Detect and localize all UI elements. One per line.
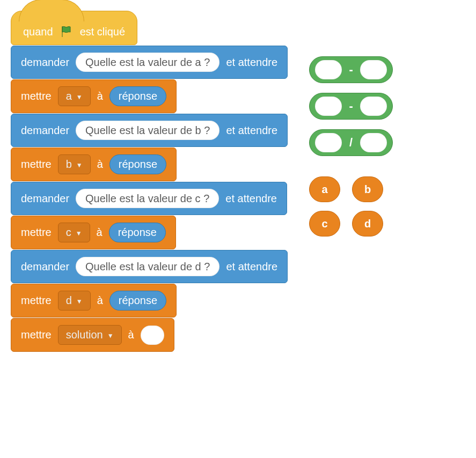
- ask-prefix: demander: [21, 56, 69, 69]
- set-mid: à: [97, 294, 103, 307]
- set-prefix: mettre: [21, 294, 52, 307]
- variable-dropdown[interactable]: a ▼: [58, 86, 91, 106]
- ask-block[interactable]: demander Quelle est la valeur de c ? et …: [11, 182, 287, 215]
- operator-symbol: /: [347, 136, 355, 150]
- variable-dropdown[interactable]: solution ▼: [58, 325, 122, 345]
- chevron-down-icon: ▼: [76, 298, 83, 305]
- variable-reporter-a[interactable]: a: [309, 176, 340, 202]
- set-variable-block[interactable]: mettre a ▼ à réponse: [11, 79, 177, 113]
- ask-suffix: et attendre: [226, 124, 277, 137]
- variable-reporter-c[interactable]: c: [309, 211, 340, 237]
- answer-reporter[interactable]: réponse: [109, 86, 166, 106]
- set-variable-block[interactable]: mettre c ▼ à réponse: [11, 216, 176, 249]
- variable-reporter-d[interactable]: d: [352, 211, 383, 237]
- chevron-down-icon: ▼: [107, 332, 114, 339]
- green-flag-icon: [58, 25, 75, 38]
- script-stack: quand est cliqué demander Quelle est la …: [11, 11, 288, 352]
- variable-dropdown[interactable]: d ▼: [58, 291, 91, 311]
- ask-prefix: demander: [21, 193, 69, 205]
- operator-slot-right[interactable]: [360, 60, 387, 79]
- operator-slot-left[interactable]: [315, 97, 342, 116]
- block-palette: - - / a b c d: [309, 11, 393, 237]
- set-mid: à: [97, 90, 103, 102]
- ask-prompt-input[interactable]: Quelle est la valeur de b ?: [76, 121, 219, 140]
- variable-dropdown[interactable]: c ▼: [58, 223, 90, 242]
- ask-suffix: et attendre: [226, 56, 277, 69]
- set-mid: à: [128, 329, 134, 341]
- ask-suffix: et attendre: [225, 193, 277, 205]
- set-prefix: mettre: [21, 90, 52, 102]
- ask-block[interactable]: demander Quelle est la valeur de d ? et …: [11, 250, 288, 283]
- set-prefix: mettre: [21, 158, 52, 171]
- operator-symbol: -: [347, 63, 355, 77]
- ask-prefix: demander: [21, 124, 69, 137]
- answer-reporter[interactable]: réponse: [109, 223, 166, 242]
- operator-slot-right[interactable]: [360, 133, 387, 152]
- operator-slot-left[interactable]: [315, 133, 342, 152]
- operator-slot-right[interactable]: [360, 97, 387, 116]
- operator-divide[interactable]: /: [309, 129, 393, 156]
- answer-reporter[interactable]: réponse: [109, 291, 166, 311]
- set-prefix: mettre: [21, 226, 52, 239]
- operator-subtract[interactable]: -: [309, 93, 393, 120]
- ask-block[interactable]: demander Quelle est la valeur de b ? et …: [11, 114, 288, 147]
- variable-dropdown[interactable]: b ▼: [58, 154, 91, 174]
- ask-prompt-input[interactable]: Quelle est la valeur de d ?: [76, 257, 219, 276]
- ask-prompt-input[interactable]: Quelle est la valeur de a ?: [76, 53, 219, 72]
- chevron-down-icon: ▼: [76, 230, 82, 237]
- empty-value-input[interactable]: [141, 326, 164, 345]
- hat-when-flag-clicked[interactable]: quand est cliqué: [11, 11, 137, 45]
- chevron-down-icon: ▼: [76, 161, 83, 169]
- answer-reporter[interactable]: réponse: [109, 154, 166, 174]
- set-mid: à: [97, 158, 103, 171]
- ask-suffix: et attendre: [226, 261, 277, 273]
- set-variable-block[interactable]: mettre b ▼ à réponse: [11, 147, 177, 181]
- operator-slot-left[interactable]: [315, 60, 342, 79]
- set-prefix: mettre: [21, 329, 52, 341]
- set-mid: à: [97, 226, 102, 239]
- ask-block[interactable]: demander Quelle est la valeur de a ? et …: [11, 46, 288, 79]
- ask-prefix: demander: [21, 261, 69, 273]
- operator-subtract[interactable]: -: [309, 56, 393, 83]
- hat-suffix: est cliqué: [80, 26, 126, 38]
- variable-reporter-b[interactable]: b: [352, 176, 383, 202]
- hat-prefix: quand: [23, 26, 53, 38]
- set-variable-block[interactable]: mettre solution ▼ à: [11, 318, 174, 352]
- set-variable-block[interactable]: mettre d ▼ à réponse: [11, 284, 177, 317]
- operator-symbol: -: [347, 99, 355, 113]
- chevron-down-icon: ▼: [76, 93, 83, 101]
- ask-prompt-input[interactable]: Quelle est la valeur de c ?: [76, 189, 219, 208]
